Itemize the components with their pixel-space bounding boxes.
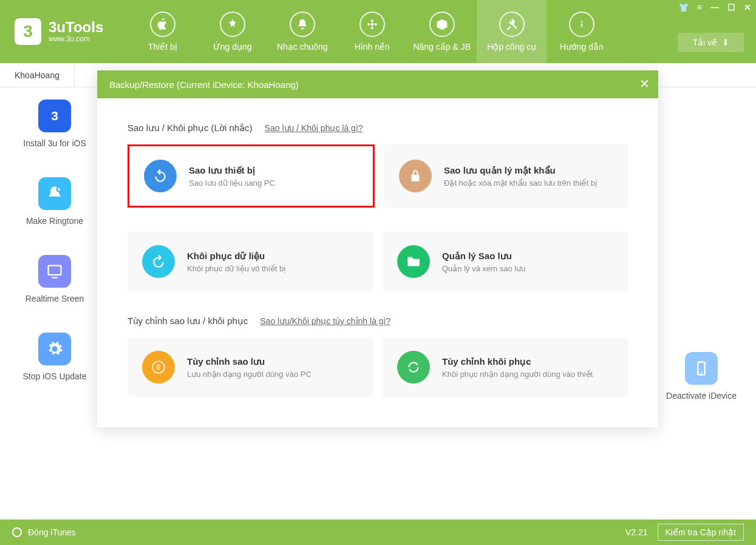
nav-toolbox[interactable]: Hộp công cụ: [477, 0, 547, 63]
logo: 3 3uTools www.3u.com: [15, 18, 103, 45]
minimize-button[interactable]: —: [710, 2, 719, 12]
card-title: Tùy chỉnh khôi phục: [442, 356, 593, 367]
tools-right: Deactivate iDevice: [647, 352, 756, 430]
svg-point-5: [581, 21, 582, 23]
rotate-right-icon: [142, 245, 175, 278]
tool-label: Make Ringtone: [26, 216, 83, 226]
download-icon: ⬇: [722, 38, 729, 47]
section-backup-restore: Sao lưu / Khôi phục (Lời nhắc) Sao lưu /…: [128, 123, 628, 134]
footer-itunes-label: Đóng iTunes: [28, 527, 76, 537]
tools-left: 3 Install 3u for iOS Make Ringtone Realt…: [0, 100, 109, 410]
svg-point-11: [701, 372, 702, 373]
svg-point-2: [371, 27, 373, 29]
tool-ringtone[interactable]: Make Ringtone: [0, 177, 109, 226]
section-label: Tùy chỉnh sao lưu / khôi phục: [128, 316, 248, 327]
modal-close-button[interactable]: ✕: [639, 76, 650, 91]
card-backup-password[interactable]: Sao lưu quản lý mật khẩu Đặt hoặc xóa mậ…: [384, 144, 628, 208]
nav-device[interactable]: Thiết bị: [128, 0, 197, 63]
flower-icon: [359, 12, 385, 37]
apple-icon: [150, 12, 175, 37]
app-header: 3 3uTools www.3u.com Thiết bị Ứng dụng N…: [0, 0, 756, 63]
card-restore-data[interactable]: Khôi phục dữ liệu Khôi phục dữ liệu vô t…: [128, 232, 373, 291]
tool-deactivate[interactable]: Deactivate iDevice: [647, 352, 756, 401]
card-desc: Khôi phục nhận dạng người dùng vào thiết: [442, 370, 593, 379]
card-title: Quản lý Sao lưu: [442, 251, 525, 262]
nav-label: Thiết bị: [148, 42, 177, 52]
app-title: 3uTools: [49, 20, 103, 35]
card-custom-restore[interactable]: Tùy chỉnh khôi phục Khôi phục nhận dạng …: [383, 337, 628, 397]
svg-point-1: [371, 19, 373, 22]
card-custom-backup[interactable]: Tùy chỉnh sao lưu Lưu nhận dạng người dù…: [128, 337, 373, 397]
card-title: Khôi phục dữ liệu: [187, 251, 286, 262]
folder-icon: [397, 245, 430, 278]
nav-wallpaper[interactable]: Hình nền: [337, 0, 407, 63]
backup-restore-modal: Backup/Restore (Current iDevice: KhoaHoa…: [97, 70, 658, 427]
close-itunes-button[interactable]: Đóng iTunes: [12, 527, 76, 537]
version-label: V2.21: [625, 527, 648, 537]
gear-icon: [38, 333, 71, 365]
check-update-button[interactable]: Kiểm tra Cập nhật: [658, 524, 744, 541]
section-help-link[interactable]: Sao lưu / Khôi phục là gì?: [265, 123, 363, 133]
download-label: Tải về: [692, 38, 717, 47]
appstore-icon: [220, 12, 245, 37]
refresh-icon: [397, 351, 430, 384]
nav-label: Nâng cấp & JB: [413, 42, 471, 52]
nav-label: Hình nền: [355, 42, 390, 52]
nav-label: Hướng dẫn: [560, 42, 604, 52]
phone-icon: [685, 352, 718, 385]
nav-label: Ứng dụng: [213, 42, 252, 52]
modal-header: Backup/Restore (Current iDevice: KhoaHoa…: [97, 70, 658, 98]
svg-point-3: [367, 23, 370, 25]
nav-ringtone[interactable]: Nhạc chuông: [267, 0, 337, 63]
menu-icon[interactable]: ≡: [697, 2, 702, 12]
card-title: Tùy chỉnh sao lưu: [187, 356, 312, 367]
tool-label: Install 3u for iOS: [23, 138, 86, 148]
section-help-link[interactable]: Sao lưu/Khôi phục tùy chỉnh là gì?: [260, 316, 390, 326]
nav-apps[interactable]: Ứng dụng: [197, 0, 267, 63]
card-backup-device[interactable]: Sao lưu thiết bị Sao lưu dữ liệu sang PC: [128, 144, 375, 208]
section-custom: Tùy chỉnh sao lưu / khôi phục Sao lưu/Kh…: [128, 316, 628, 327]
tool-realtime-screen[interactable]: Realtime Sreen: [0, 255, 109, 303]
maximize-button[interactable]: ☐: [727, 2, 735, 12]
lock-icon: [399, 160, 432, 192]
tool-label: Stop iOS Update: [22, 371, 86, 381]
logo-badge: 3: [15, 18, 41, 45]
svg-point-0: [370, 23, 373, 26]
card-title: Sao lưu thiết bị: [189, 165, 275, 176]
rotate-left-icon: [144, 160, 177, 192]
info-icon: [569, 12, 594, 37]
tool-label: Deactivate iDevice: [666, 391, 737, 401]
card-desc: Sao lưu dữ liệu sang PC: [189, 178, 275, 188]
svg-point-4: [374, 23, 376, 25]
app-site: www.3u.com: [49, 35, 103, 43]
section-label: Sao lưu / Khôi phục (Lời nhắc): [128, 123, 253, 134]
main-nav: Thiết bị Ứng dụng Nhạc chuông Hình nền N…: [128, 0, 616, 63]
nav-label: Nhạc chuông: [277, 42, 328, 52]
window-controls: 👕 ≡ — ☐ ✕: [678, 2, 751, 12]
card-title: Sao lưu quản lý mật khẩu: [444, 165, 598, 176]
list-rotate-icon: [142, 351, 175, 384]
modal-title: Backup/Restore (Current iDevice: KhoaHoa…: [109, 80, 299, 90]
shirt-icon[interactable]: 👕: [678, 2, 689, 12]
nav-tutorial[interactable]: Hướng dẫn: [547, 0, 616, 63]
card-manage-backup[interactable]: Quản lý Sao lưu Quản lý và xem sao lưu: [383, 232, 628, 291]
tools-icon: [499, 12, 525, 37]
box-icon: [429, 12, 455, 37]
svg-rect-9: [49, 266, 61, 275]
svg-rect-6: [581, 23, 582, 27]
card-desc: Lưu nhận dạng người dùng vào PC: [187, 370, 312, 379]
circle-icon: [12, 527, 22, 537]
nav-label: Hộp công cụ: [487, 42, 536, 52]
download-button[interactable]: Tải về ⬇: [678, 33, 744, 52]
close-button[interactable]: ✕: [744, 2, 751, 12]
badge-3-icon: 3: [38, 100, 71, 132]
tool-stop-update[interactable]: Stop iOS Update: [0, 333, 109, 381]
bell-icon: [290, 12, 315, 37]
nav-flash[interactable]: Nâng cấp & JB: [407, 0, 477, 63]
card-desc: Khôi phục dữ liệu vô thiết bị: [187, 264, 286, 273]
device-tab[interactable]: KhoaHoang: [0, 63, 75, 87]
tool-install-3u[interactable]: 3 Install 3u for iOS: [0, 100, 109, 148]
card-desc: Quản lý và xem sao lưu: [442, 264, 525, 273]
monitor-icon: [38, 255, 71, 288]
card-desc: Đặt hoặc xóa mật khẩu sao lưu trên thiết…: [444, 178, 598, 188]
